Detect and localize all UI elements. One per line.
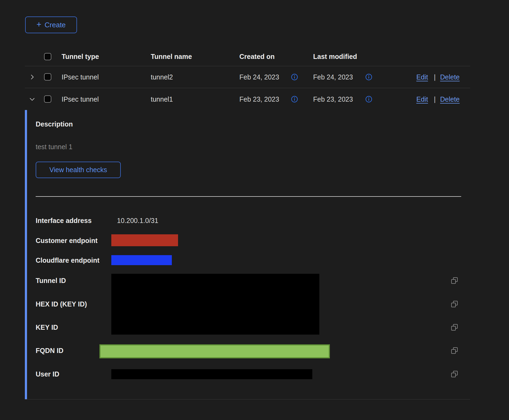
detail-divider: [36, 196, 461, 197]
header-divider: [25, 66, 470, 66]
expanded-row-indicator-bar: [25, 110, 27, 399]
delete-link[interactable]: Delete: [440, 73, 460, 81]
copy-icon[interactable]: [450, 276, 458, 285]
view-health-checks-label: View health checks: [49, 166, 107, 174]
select-all-checkbox[interactable]: [44, 53, 51, 60]
action-separator: |: [434, 95, 436, 103]
info-icon[interactable]: [291, 74, 298, 81]
create-button-label: Create: [45, 21, 66, 29]
hex-id-label: HEX ID (KEY ID): [36, 300, 87, 308]
edit-link[interactable]: Edit: [416, 73, 428, 81]
column-header-created-on: Created on: [239, 52, 275, 61]
tunnels-page: + Create Tunnel type Tunnel name Created…: [0, 0, 509, 420]
user-id-redacted-value: [111, 369, 312, 379]
interface-address-label: Interface address: [36, 216, 92, 225]
delete-link[interactable]: Delete: [440, 95, 460, 103]
info-icon[interactable]: [365, 96, 372, 103]
tunnel-ids-redacted-value: [111, 274, 319, 335]
action-separator: |: [434, 73, 436, 81]
cloudflare-endpoint-redacted-value: [111, 255, 172, 265]
created-on-cell: Feb 24, 2023: [239, 73, 279, 81]
edit-link[interactable]: Edit: [416, 95, 428, 103]
plus-icon: +: [36, 20, 41, 29]
column-header-last-modified: Last modified: [313, 52, 357, 61]
chevron-down-icon[interactable]: [29, 96, 36, 103]
cloudflare-endpoint-label: Cloudflare endpoint: [36, 256, 99, 264]
tunnel-type-cell: IPsec tunnel: [62, 95, 99, 103]
tunnel-id-label: Tunnel ID: [36, 276, 66, 285]
row-divider: [25, 88, 470, 88]
customer-endpoint-redacted-value: [111, 234, 178, 246]
column-header-tunnel-name: Tunnel name: [151, 52, 192, 61]
description-text: test tunnel 1: [36, 143, 72, 151]
interface-address-value: 10.200.1.0/31: [117, 216, 158, 225]
customer-endpoint-label: Customer endpoint: [36, 236, 98, 245]
panel-bottom-divider: [25, 399, 470, 399]
fqdn-id-redacted-value: [99, 344, 330, 358]
tunnel-name-cell: tunnel2: [151, 73, 173, 81]
view-health-checks-button[interactable]: View health checks: [36, 162, 121, 178]
row-checkbox[interactable]: [44, 73, 51, 81]
copy-icon[interactable]: [450, 323, 458, 331]
info-icon[interactable]: [291, 96, 298, 103]
info-icon[interactable]: [365, 74, 372, 81]
row-checkbox[interactable]: [44, 95, 51, 103]
copy-icon[interactable]: [450, 300, 458, 308]
last-modified-cell: Feb 24, 2023: [313, 73, 353, 81]
user-id-label: User ID: [36, 370, 59, 378]
copy-icon[interactable]: [450, 346, 458, 355]
last-modified-cell: Feb 23, 2023: [313, 95, 353, 103]
fqdn-id-label: FQDN ID: [36, 346, 63, 355]
create-button[interactable]: + Create: [25, 16, 77, 33]
description-heading: Description: [36, 120, 73, 128]
key-id-label: KEY ID: [36, 323, 58, 331]
copy-icon[interactable]: [450, 370, 458, 378]
created-on-cell: Feb 23, 2023: [239, 95, 279, 103]
column-header-tunnel-type: Tunnel type: [62, 52, 99, 61]
tunnel-name-cell: tunnel1: [151, 95, 173, 103]
chevron-right-icon[interactable]: [29, 74, 36, 81]
tunnel-type-cell: IPsec tunnel: [62, 73, 99, 81]
